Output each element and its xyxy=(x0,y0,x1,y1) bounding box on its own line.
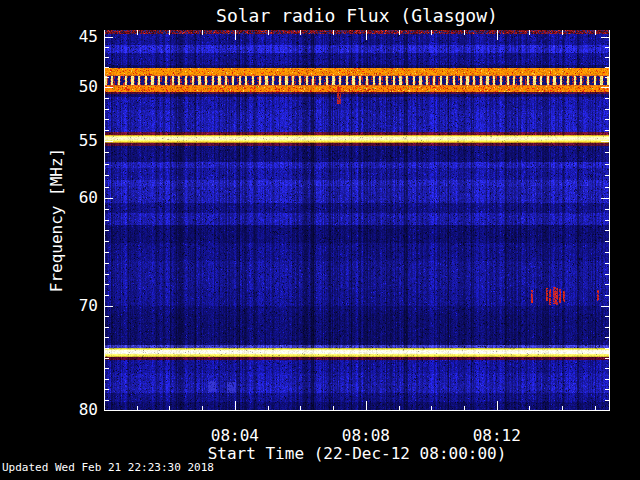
y-axis-tick-labels: 455055607080 xyxy=(0,0,100,480)
x-tick-label: 08:04 xyxy=(211,426,259,445)
y-tick-label: 50 xyxy=(0,78,98,96)
solar-radio-flux-figure: Solar radio Flux (Glasgow) Frequency [MH… xyxy=(0,0,640,480)
updated-timestamp: Updated Wed Feb 21 22:23:30 2018 xyxy=(2,461,214,474)
y-tick-label: 55 xyxy=(0,132,98,150)
y-tick-label: 45 xyxy=(0,28,98,46)
y-tick-label: 80 xyxy=(0,401,98,419)
x-axis-tick-labels: 08:0408:0808:12 xyxy=(0,426,640,444)
spectrogram-canvas xyxy=(104,30,610,411)
y-tick-label: 60 xyxy=(0,189,98,207)
x-tick-label: 08:08 xyxy=(342,426,390,445)
y-tick-label: 70 xyxy=(0,297,98,315)
x-tick-label: 08:12 xyxy=(473,426,521,445)
chart-title: Solar radio Flux (Glasgow) xyxy=(104,5,610,26)
